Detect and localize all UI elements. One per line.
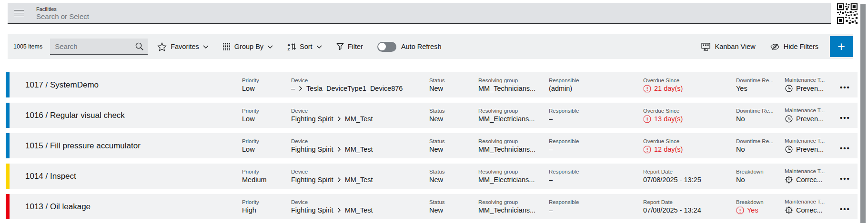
cell-maintenance-type: Maintenance T... Correc... <box>785 199 840 214</box>
cell-device: Device Fighting Spirit MM_Test <box>291 199 429 214</box>
favorites-label: Favorites <box>171 43 199 50</box>
cell-responsible: Responsible (admin) <box>549 78 643 92</box>
auto-refresh-toggle[interactable] <box>377 42 396 52</box>
chevron-down-icon <box>203 45 209 48</box>
hide-filters-button[interactable]: Hide Filters <box>770 43 818 51</box>
add-work-order-button[interactable]: + <box>830 36 853 57</box>
cell-downtime-relevant: Downtime Re... No <box>736 138 785 153</box>
cell-responsible: Responsible – <box>549 138 643 153</box>
cell-maintenance-type: Maintenance T... Correc... <box>785 168 840 184</box>
priority-color-bar <box>6 103 10 128</box>
toggle-knob <box>378 43 386 50</box>
cell-resolving-group: Resolving group MM_Electricians... <box>478 108 549 123</box>
cell-priority: Priority Low <box>242 138 291 153</box>
group-by-label: Group By <box>234 43 263 50</box>
sort-label: Sort <box>300 43 313 50</box>
work-order-row[interactable]: 1017 / SystemDemo Priority Low Device – … <box>6 72 858 97</box>
cell-device: Device – Tesla_DeviceType1_Device876 <box>291 78 429 92</box>
chevron-down-icon <box>316 45 322 48</box>
alert-octagon-icon <box>643 85 651 93</box>
row-title: 1014 / Inspect <box>10 172 242 181</box>
cell-responsible: Responsible – <box>549 199 643 214</box>
row-title: 1017 / SystemDemo <box>10 80 242 90</box>
cell-priority: Priority Medium <box>242 169 291 184</box>
top-bar: Facilities <box>0 0 868 24</box>
chevron-right-icon <box>337 177 341 183</box>
star-icon <box>157 42 167 51</box>
priority-color-bar <box>6 133 10 158</box>
qr-code-icon <box>837 3 858 24</box>
items-count: 1005 items <box>13 43 42 50</box>
cell-status: Status New <box>429 199 478 214</box>
cell-device: Device Fighting Spirit MM_Test <box>291 108 429 123</box>
cell-priority: Priority Low <box>242 78 291 92</box>
favorites-button[interactable]: Favorites <box>157 42 209 51</box>
alert-octagon-icon <box>736 206 744 214</box>
cell-downtime-relevant: Downtime Re... No <box>736 108 785 123</box>
cell-resolving-group: Resolving group MM_Electricians... <box>478 169 549 184</box>
search-icon[interactable] <box>135 42 144 51</box>
cell-report-date: Report Date 07/08/2025 - 13:25 <box>643 169 736 184</box>
work-order-row[interactable]: 1014 / Inspect Priority Medium Device Fi… <box>6 164 858 189</box>
group-by-grid-icon <box>223 43 231 50</box>
hamburger-menu-icon[interactable] <box>14 10 24 17</box>
chevron-right-icon <box>299 86 303 91</box>
vertical-scrollbar[interactable] <box>860 4 866 223</box>
kanban-view-button[interactable]: Kanban View <box>701 42 755 51</box>
list-toolbar: 1005 items Favorites Group By A Z <box>8 34 853 59</box>
row-menu-button[interactable]: ••• <box>840 175 859 183</box>
sort-button[interactable]: A Z Sort <box>287 42 322 51</box>
kanban-view-label: Kanban View <box>715 43 755 50</box>
chevron-right-icon <box>337 146 341 152</box>
chevron-right-icon <box>337 116 341 122</box>
cell-overdue-since: Overdue Since 21 day(s) <box>643 78 736 93</box>
facility-search-input[interactable] <box>36 12 227 20</box>
cell-maintenance-type: Maintenance T... Preven... <box>785 138 840 154</box>
cell-responsible: Responsible – <box>549 108 643 123</box>
chevron-down-icon <box>267 45 273 48</box>
work-order-row[interactable]: 1015 / Fill pressure accumulator Priorit… <box>6 133 858 158</box>
search-box[interactable] <box>50 39 148 55</box>
row-menu-button[interactable]: ••• <box>840 83 859 91</box>
group-by-button[interactable]: Group By <box>223 43 273 50</box>
row-menu-button[interactable]: ••• <box>840 114 859 122</box>
row-title: 1015 / Fill pressure accumulator <box>10 141 242 151</box>
filter-button[interactable]: Filter <box>336 43 363 50</box>
row-title: 1013 / Oil leakage <box>10 202 242 212</box>
cell-status: Status New <box>429 108 478 123</box>
alert-octagon-icon <box>643 145 651 154</box>
priority-color-bar <box>6 194 10 219</box>
cell-priority: Priority Low <box>242 108 291 123</box>
cell-overdue-since: Overdue Since 12 day(s) <box>643 138 736 154</box>
cell-downtime-relevant: Downtime Re... Yes <box>736 78 785 92</box>
row-menu-button[interactable]: ••• <box>840 205 859 213</box>
facility-field-label: Facilities <box>36 6 227 12</box>
cell-status: Status New <box>429 78 478 92</box>
sort-az-icon: A Z <box>287 42 296 51</box>
cell-maintenance-type: Maintenance T... Preven... <box>785 77 840 93</box>
clock-icon <box>785 115 793 123</box>
cell-breakdown: Breakdown No <box>736 169 785 184</box>
work-order-row[interactable]: 1013 / Oil leakage Priority High Device … <box>6 194 858 219</box>
eye-off-icon <box>770 43 780 51</box>
svg-text:Z: Z <box>288 47 290 51</box>
gear-alert-icon <box>785 206 793 214</box>
svg-text:A: A <box>288 43 291 47</box>
row-title: 1016 / Regular visual check <box>10 111 242 120</box>
cell-maintenance-type: Maintenance T... Preven... <box>785 107 840 123</box>
cell-report-date: Report Date 07/08/2025 - 13:24 <box>643 199 736 214</box>
cell-breakdown: Breakdown Yes <box>736 199 785 214</box>
search-input[interactable] <box>55 42 135 50</box>
cell-status: Status New <box>429 138 478 153</box>
filter-funnel-icon <box>336 43 344 50</box>
work-order-row[interactable]: 1016 / Regular visual check Priority Low… <box>6 103 858 128</box>
cell-resolving-group: Resolving group MM_Technicians... <box>478 138 549 153</box>
chevron-right-icon <box>337 207 341 213</box>
cell-priority: Priority High <box>242 199 291 214</box>
gear-alert-icon <box>785 175 793 184</box>
cell-resolving-group: Resolving group MM_Technicians... <box>478 199 549 214</box>
auto-refresh-label: Auto Refresh <box>401 43 442 50</box>
row-menu-button[interactable]: ••• <box>840 144 859 152</box>
cell-resolving-group: Resolving group MM_Technicians... <box>478 78 549 92</box>
facility-combobox[interactable]: Facilities <box>8 3 831 24</box>
